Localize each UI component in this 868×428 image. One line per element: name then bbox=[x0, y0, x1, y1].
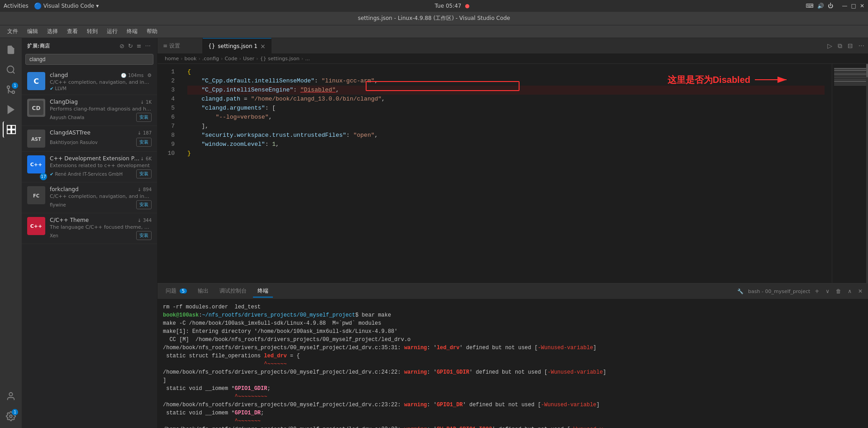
dropdown-icon: ▾ bbox=[96, 3, 99, 9]
activity-extensions[interactable] bbox=[3, 121, 19, 138]
tab-settings[interactable]: ≡ 设置 bbox=[157, 38, 203, 53]
trash-terminal-button[interactable]: 🗑 bbox=[834, 287, 843, 295]
keyboard-icon[interactable]: ⌨ bbox=[806, 3, 813, 9]
vscode-icon: 🔵 bbox=[34, 2, 42, 10]
minimap-line bbox=[834, 82, 866, 84]
editor-top-actions: ▷ ⧉ ⊟ ··· bbox=[824, 38, 868, 53]
breadcrumb-code[interactable]: Code bbox=[224, 56, 237, 62]
extension-item-clangd[interactable]: C clangd 🕐 104ms ⚙ C/C++ completion, nav… bbox=[22, 68, 157, 95]
panel-tab-terminal[interactable]: 终端 bbox=[253, 285, 273, 298]
install-button-cppdevpack[interactable]: 安装 bbox=[136, 169, 152, 178]
terminal-line-1: rm -rf modules.order led_test bbox=[163, 303, 863, 311]
menu-select[interactable]: 选择 bbox=[43, 27, 62, 36]
split-editor-button[interactable]: ⊟ bbox=[846, 41, 855, 50]
extension-item-forkclangd[interactable]: FC forkclangd ↓ 894 C/C++ completion, na… bbox=[22, 183, 157, 213]
ext-settings-clangd[interactable]: ⚙ bbox=[147, 72, 152, 78]
window-title: settings.json - Linux-4.9.88 (工作区) - Vis… bbox=[358, 14, 510, 22]
activity-search[interactable] bbox=[3, 62, 19, 78]
breadcrumb-home[interactable]: home bbox=[165, 56, 179, 62]
window-minimize[interactable]: — bbox=[842, 3, 848, 9]
window-maximize[interactable]: □ bbox=[851, 3, 856, 9]
install-button-clangdast[interactable]: 安装 bbox=[136, 138, 152, 147]
extension-search-input[interactable] bbox=[25, 54, 153, 65]
activities-button[interactable]: Activities bbox=[4, 3, 29, 9]
volume-icon[interactable]: 🔊 bbox=[817, 3, 824, 9]
debug-console-tab-label: 调试控制台 bbox=[219, 288, 247, 294]
code-editor: 1 2 3 4 5 6 7 8 9 10 { "C_Cpp.default.in… bbox=[157, 64, 832, 283]
sidebar-title: 扩展:商店 bbox=[27, 43, 50, 49]
ext-download-icon-5: ↓ bbox=[138, 218, 141, 223]
bash-icon: 🔧 bbox=[737, 289, 744, 294]
extension-item-clangdast[interactable]: AST ClangdASTTree ↓ 187 Bakhtiyorjon Ras… bbox=[22, 126, 157, 152]
breadcrumb-user[interactable]: User bbox=[243, 56, 254, 62]
code-content[interactable]: { "C_Cpp.default.intelliSenseMode": "lin… bbox=[180, 64, 832, 283]
install-button-cpptheme[interactable]: 安装 bbox=[136, 231, 152, 240]
menu-help[interactable]: 帮助 bbox=[143, 27, 161, 36]
menu-file[interactable]: 文件 bbox=[4, 27, 22, 36]
extension-item-cpptheme[interactable]: C++ C/C++ Theme ↓ 344 The language C/C++… bbox=[22, 213, 157, 244]
extension-item-clangdiag[interactable]: CD ClangDiag ↓ 1K Performs clang-format … bbox=[22, 95, 157, 126]
panel-tab-output[interactable]: 输出 bbox=[193, 285, 213, 298]
tab-close-icon[interactable]: × bbox=[260, 43, 266, 50]
clock: Tue 05:47 ● bbox=[435, 3, 470, 9]
menu-bar: 文件 编辑 选择 查看 转到 运行 终端 帮助 bbox=[0, 25, 868, 38]
minimap-scrollbar-thumb[interactable] bbox=[866, 64, 868, 77]
menu-edit[interactable]: 编辑 bbox=[24, 27, 42, 36]
menu-goto[interactable]: 转到 bbox=[83, 27, 101, 36]
terminal-line-10: ] bbox=[163, 376, 863, 385]
vscode-label: Visual Studio Code bbox=[43, 3, 94, 9]
panel-tab-problems[interactable]: 问题 5 bbox=[161, 285, 191, 298]
ext-downloads-cpptheme: 344 bbox=[143, 218, 152, 223]
install-button-forkclangd[interactable]: 安装 bbox=[136, 200, 152, 209]
menu-run[interactable]: 运行 bbox=[103, 27, 121, 36]
add-terminal-button[interactable]: + bbox=[813, 287, 821, 295]
activity-account[interactable] bbox=[3, 388, 19, 404]
menu-view[interactable]: 查看 bbox=[63, 27, 81, 36]
refresh-button[interactable]: ↻ bbox=[127, 42, 134, 50]
menu-terminal[interactable]: 终端 bbox=[123, 27, 141, 36]
terminal-line-14: static void __iomem *GPIO1_DR; bbox=[163, 409, 863, 417]
activity-source-control[interactable]: 1 bbox=[3, 82, 19, 98]
activity-explorer[interactable] bbox=[3, 42, 19, 58]
svg-text:AST: AST bbox=[31, 137, 41, 142]
source-control-badge: 1 bbox=[12, 82, 18, 89]
tab-settings-json[interactable]: {} settings.json 1 × bbox=[203, 38, 272, 53]
split-terminal-button[interactable]: ∨ bbox=[824, 287, 831, 295]
svg-point-0 bbox=[7, 66, 14, 73]
install-button-clangdiag[interactable]: 安装 bbox=[136, 113, 152, 122]
run-action-button[interactable]: ▷ bbox=[825, 41, 834, 50]
breadcrumb-book[interactable]: book bbox=[185, 56, 197, 62]
close-panel-button[interactable]: ✕ bbox=[856, 287, 864, 295]
line-num-2: 2 bbox=[157, 77, 175, 86]
activity-run-debug[interactable] bbox=[3, 101, 19, 118]
extension-item-cppdevpack[interactable]: C++ 17 C++ Development Extension Pack ↓ … bbox=[22, 152, 157, 183]
settings-json-icon: {} bbox=[208, 43, 215, 49]
vscode-title-bar[interactable]: 🔵 Visual Studio Code ▾ bbox=[34, 2, 99, 10]
breadcrumb-more[interactable]: ... bbox=[305, 56, 310, 62]
power-icon[interactable]: ⏻ bbox=[828, 3, 833, 9]
more-actions-editor-button[interactable]: ··· bbox=[857, 41, 866, 50]
svg-rect-7 bbox=[7, 130, 11, 134]
maximize-panel-button[interactable]: ∧ bbox=[846, 287, 854, 295]
activity-bar: 1 1 bbox=[0, 38, 22, 428]
svg-line-1 bbox=[13, 72, 14, 73]
ext-downloads-clangdast: 187 bbox=[143, 130, 152, 135]
window-close[interactable]: ✕ bbox=[860, 3, 864, 9]
panel-tab-debug[interactable]: 调试控制台 bbox=[215, 285, 251, 298]
editor-area: ≡ 设置 {} settings.json 1 × ▷ ⧉ ⊟ ··· home… bbox=[157, 38, 868, 428]
more-actions-button[interactable]: ··· bbox=[144, 42, 152, 50]
breadcrumb-config[interactable]: .config bbox=[202, 56, 219, 62]
filter-button[interactable]: ⊘ bbox=[119, 42, 125, 50]
line-num-4: 4 bbox=[157, 95, 175, 104]
tab-settings-json-label: settings.json 1 bbox=[218, 43, 258, 49]
open-side-button[interactable]: ⧉ bbox=[836, 41, 844, 51]
sort-button[interactable]: ≡ bbox=[136, 42, 143, 50]
terminal-body[interactable]: rm -rf modules.order led_test book@100as… bbox=[157, 299, 868, 428]
code-line-6: "--log=verbose", bbox=[187, 113, 825, 122]
svg-text:CD: CD bbox=[32, 105, 41, 111]
publisher-label-clangdast: Bakhtiyorjon Rasulov bbox=[50, 140, 98, 145]
code-line-8: "security.workspace.trust.untrustedFiles… bbox=[187, 131, 825, 140]
svg-point-2 bbox=[12, 91, 15, 94]
activity-settings[interactable]: 1 bbox=[3, 408, 19, 424]
breadcrumb-settings-json[interactable]: {} settings.json bbox=[260, 56, 299, 62]
